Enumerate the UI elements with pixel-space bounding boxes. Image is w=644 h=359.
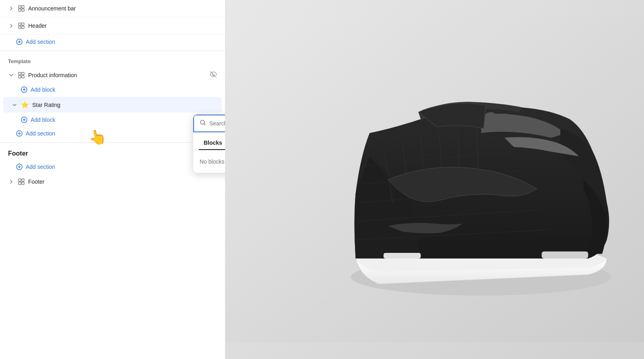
popup-tabs: Blocks 0 Apps 0 — [193, 132, 225, 150]
footer-section-label: Footer — [0, 144, 225, 160]
svg-rect-11 — [19, 76, 21, 78]
product-information-row[interactable]: Product information — [0, 67, 225, 83]
add-block-star-button[interactable]: Add block — [0, 113, 63, 126]
add-section-footer-button[interactable]: Add section — [0, 160, 63, 174]
add-section-top-label: Add section — [26, 39, 55, 45]
add-block-product-button[interactable]: Add block — [0, 83, 63, 96]
svg-rect-19 — [19, 182, 21, 185]
add-section-middle-button[interactable]: Add section — [0, 126, 63, 141]
product-info-grid-icon — [18, 72, 25, 79]
svg-rect-12 — [22, 76, 24, 78]
search-blocks-input[interactable] — [209, 120, 225, 127]
add-section-footer-label: Add section — [26, 164, 55, 170]
divider-template — [0, 51, 225, 51]
product-info-chevron-down-icon — [8, 72, 14, 78]
section-grid-icon — [18, 5, 25, 12]
svg-point-29 — [500, 113, 509, 118]
svg-rect-18 — [22, 179, 24, 181]
announcement-bar-row[interactable]: Announcement bar — [0, 0, 225, 17]
star-icon: ⭐ — [21, 101, 29, 109]
svg-rect-2 — [19, 9, 21, 11]
add-section-middle-label: Add section — [26, 130, 55, 137]
sidebar: Announcement bar Header Add section Temp… — [0, 0, 225, 359]
svg-rect-1 — [22, 6, 24, 8]
star-rating-label: Star Rating — [32, 102, 60, 108]
svg-rect-10 — [22, 72, 24, 75]
no-blocks-message: No blocks available for this section. — [193, 150, 225, 173]
svg-rect-6 — [19, 26, 21, 29]
main-content — [225, 0, 644, 359]
add-section-top-button[interactable]: Add section — [0, 35, 63, 49]
search-input-wrapper — [193, 115, 225, 132]
star-rating-chevron-down-icon — [11, 102, 18, 108]
svg-rect-17 — [19, 179, 21, 181]
tab-blocks-label: Blocks — [204, 139, 222, 146]
search-icon — [200, 119, 206, 127]
header-grid-icon — [18, 22, 25, 29]
product-information-label: Product information — [28, 72, 77, 78]
star-rating-row[interactable]: ⭐ Star Rating — [3, 97, 222, 113]
search-blocks-popup: Blocks 0 Apps 0 No blocks available for … — [193, 115, 225, 173]
svg-rect-30 — [542, 252, 588, 258]
svg-rect-4 — [19, 23, 21, 25]
svg-rect-0 — [19, 6, 21, 8]
chevron-right-icon — [8, 5, 14, 12]
svg-rect-5 — [22, 23, 24, 25]
header-chevron-right-icon — [8, 23, 14, 29]
template-section-label: Template — [0, 53, 225, 67]
svg-rect-7 — [22, 26, 24, 29]
announcement-bar-label: Announcement bar — [28, 5, 76, 12]
footer-grid-icon — [18, 178, 25, 185]
header-label: Header — [28, 23, 47, 29]
sneaker-background — [225, 0, 644, 359]
footer-item-label: Footer — [28, 178, 44, 185]
svg-rect-3 — [22, 9, 24, 11]
svg-rect-20 — [22, 182, 24, 185]
footer-chevron-right-icon — [8, 178, 14, 185]
add-block-star-label: Add block — [31, 117, 55, 123]
svg-point-28 — [486, 112, 495, 117]
header-row[interactable]: Header — [0, 17, 225, 35]
tab-blocks[interactable]: Blocks 0 — [199, 136, 225, 150]
add-block-product-label: Add block — [31, 86, 55, 93]
svg-rect-9 — [19, 72, 21, 75]
eye-slash-icon[interactable] — [210, 71, 217, 79]
svg-rect-31 — [384, 253, 421, 258]
sneaker-illustration — [225, 0, 644, 359]
divider-footer — [0, 142, 225, 143]
footer-item-row[interactable]: Footer — [0, 174, 225, 189]
